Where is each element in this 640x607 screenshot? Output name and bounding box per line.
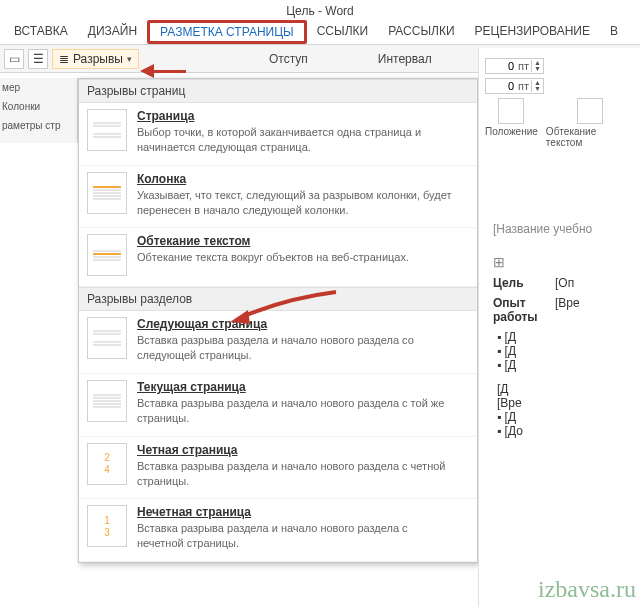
break-column-title: Колонка [137, 172, 457, 186]
chevron-down-icon: ▾ [127, 54, 132, 64]
spacing-after-input[interactable] [486, 79, 516, 93]
interval-label: Интервал [378, 52, 432, 66]
doc-value-exp: [Вре [555, 296, 580, 324]
break-column-desc: Указывает, что текст, следующий за разры… [137, 188, 457, 218]
tab-mailings[interactable]: РАССЫЛКИ [378, 20, 464, 44]
margins-icon[interactable]: ☰ [28, 49, 48, 69]
text-wrap-icon [87, 234, 127, 276]
break-text-wrap[interactable]: Обтекание текстом Обтекание текста вокру… [79, 228, 477, 287]
even-page-icon: 24 [87, 443, 127, 485]
doc-label-goal: Цель [493, 276, 543, 290]
break-continuous-title: Текущая страница [137, 380, 457, 394]
document-preview: [Название учебно ⊞ Цель [Оп Опыт работы … [479, 192, 640, 438]
position-icon [498, 98, 524, 124]
odd-page-icon: 13 [87, 505, 127, 547]
window-title: Цель - Word [0, 0, 640, 20]
doc-bullet: ▪ [До [497, 424, 638, 438]
columns-label[interactable]: Колонки [2, 101, 75, 112]
break-odd-page-desc: Вставка разрыва раздела и начало нового … [137, 521, 457, 551]
tab-page-layout[interactable]: РАЗМЕТКА СТРАНИЦЫ [147, 20, 307, 44]
page-icon [87, 109, 127, 151]
unit-label-2: пт [516, 80, 531, 92]
break-odd-page[interactable]: 13 Нечетная страница Вставка разрыва раз… [79, 499, 477, 562]
tab-references[interactable]: ССЫЛКИ [307, 20, 378, 44]
breaks-label: Разрывы [73, 52, 123, 66]
breaks-dropdown-button[interactable]: ≣ Разрывы ▾ [52, 49, 139, 69]
tab-review[interactable]: РЕЦЕНЗИРОВАНИЕ [465, 20, 600, 44]
continuous-icon [87, 380, 127, 422]
doc-bullet: ▪ [Д [497, 358, 638, 372]
spinner-arrows-icon[interactable]: ▲▼ [531, 60, 543, 72]
page-breaks-header: Разрывы страниц [79, 79, 477, 103]
break-odd-page-title: Нечетная страница [137, 505, 457, 519]
next-page-icon [87, 317, 127, 359]
wrap-label: Обтекание текстом [546, 126, 634, 148]
break-next-page-title: Следующая страница [137, 317, 457, 331]
break-page-title: Страница [137, 109, 457, 123]
indent-label: Отступ [269, 52, 308, 66]
spacing-before-spinner[interactable]: пт ▲▼ [485, 58, 544, 74]
wrap-text-button[interactable]: Обтекание текстом [546, 98, 634, 148]
watermark: izbavsa.ru [538, 576, 636, 603]
break-continuous[interactable]: Текущая страница Вставка разрыва раздела… [79, 374, 477, 437]
break-next-page-desc: Вставка разрыва раздела и начало нового … [137, 333, 457, 363]
doc-bullet: ▪ [Д [497, 344, 638, 358]
breaks-icon: ≣ [59, 52, 69, 66]
spacing-before-input[interactable] [486, 59, 516, 73]
break-text-wrap-desc: Обтекание текста вокруг объектов на веб-… [137, 250, 409, 265]
break-text-wrap-title: Обтекание текстом [137, 234, 409, 248]
wrap-icon [577, 98, 603, 124]
break-column[interactable]: Колонка Указывает, что текст, следующий … [79, 166, 477, 229]
doc-row-exp: Опыт работы [Вре [493, 296, 638, 324]
position-label: Положение [485, 126, 538, 137]
break-page[interactable]: Страница Выбор точки, в которой заканчив… [79, 103, 477, 166]
doc-bullet: ▪ [Д [497, 410, 638, 424]
doc-heading: [Название учебно [493, 222, 638, 236]
tab-insert[interactable]: ВСТАВКА [4, 20, 78, 44]
break-even-page[interactable]: 24 Четная страница Вставка разрыва разде… [79, 437, 477, 500]
break-next-page[interactable]: Следующая страница Вставка разрыва разде… [79, 311, 477, 374]
page-params-label: раметры стр [2, 120, 75, 131]
ribbon-tabs: ВСТАВКА ДИЗАЙН РАЗМЕТКА СТРАНИЦЫ ССЫЛКИ … [0, 20, 640, 45]
column-icon [87, 172, 127, 214]
section-breaks-header: Разрывы разделов [79, 287, 477, 311]
doc-bullet: [Д [497, 382, 638, 396]
doc-label-exp: Опыт работы [493, 296, 543, 324]
tab-view-partial[interactable]: В [600, 20, 628, 44]
unit-label: пт [516, 60, 531, 72]
break-page-desc: Выбор точки, в которой заканчивается одн… [137, 125, 457, 155]
break-continuous-desc: Вставка разрыва раздела и начало нового … [137, 396, 457, 426]
break-even-page-title: Четная страница [137, 443, 457, 457]
table-move-handle[interactable]: ⊞ [493, 254, 638, 270]
doc-row-goal: Цель [Оп [493, 276, 638, 290]
tab-design[interactable]: ДИЗАЙН [78, 20, 147, 44]
orientation-icon[interactable]: ▭ [4, 49, 24, 69]
position-button[interactable]: Положение [485, 98, 538, 148]
spacing-after-spinner[interactable]: пт ▲▼ [485, 78, 544, 94]
spinner-arrows-icon-2[interactable]: ▲▼ [531, 80, 543, 92]
right-area: пт ▲▼ пт ▲▼ Положение Обтекание текстом … [478, 48, 640, 607]
breaks-dropdown-panel: Разрывы страниц Страница Выбор точки, в … [78, 78, 478, 563]
doc-bullet: [Вре [497, 396, 638, 410]
size-label: мер [2, 82, 75, 93]
break-even-page-desc: Вставка разрыва раздела и начало нового … [137, 459, 457, 489]
doc-bullet: ▪ [Д [497, 330, 638, 344]
ribbon-left-group: мер Колонки раметры стр [0, 78, 78, 143]
doc-value-goal: [Оп [555, 276, 574, 290]
